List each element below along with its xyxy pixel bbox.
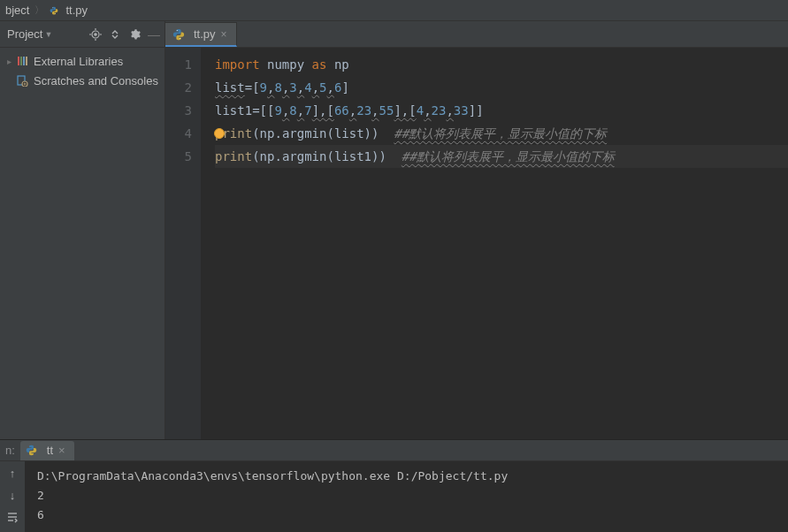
run-tab-tt[interactable]: tt ×: [20, 441, 74, 460]
project-title[interactable]: Project ▼: [7, 27, 52, 41]
console-output[interactable]: D:\ProgramData\Anaconda3\envs\tensorflow…: [25, 461, 788, 532]
scroll-down-icon[interactable]: ↓: [10, 489, 16, 502]
scratches-icon: [16, 74, 30, 87]
tab-tt-py[interactable]: tt.py ×: [165, 22, 237, 47]
gutter: 1 2 3 4 5: [165, 48, 201, 439]
python-icon: [172, 28, 185, 41]
tab-label: tt.py: [194, 27, 216, 41]
tree-item-external-libraries[interactable]: ▸ External Libraries: [0, 51, 164, 71]
run-tab-label: tt: [47, 444, 53, 457]
tree-label: External Libraries: [34, 55, 123, 68]
editor-tabs: tt.py ×: [165, 21, 788, 48]
svg-point-3: [95, 33, 96, 34]
breadcrumb: bject 〉 tt.py: [0, 0, 788, 21]
tree-label: Scratches and Consoles: [34, 74, 158, 87]
run-label: n:: [5, 444, 15, 457]
svg-rect-9: [20, 57, 22, 65]
code-line[interactable]: import numpy as np: [215, 53, 788, 76]
code-line[interactable]: list1=[[9,8,7],[66,23,55],[4,23,33]]: [215, 99, 788, 122]
chevron-right-icon: ▸: [7, 57, 16, 66]
chevron-right-icon: 〉: [31, 4, 48, 17]
code-line[interactable]: print(np.argmin(list)) ##默认将列表展平，显示最小值的下…: [215, 122, 788, 145]
project-toolwindow-header: Project ▼ —: [0, 21, 164, 48]
tree-item-scratches[interactable]: Scratches and Consoles: [0, 71, 164, 90]
editor: tt.py × 1 2 3 4 5 import numpy as np lis…: [165, 21, 788, 439]
output-line: 6: [37, 505, 776, 525]
code-line[interactable]: print(np.argmin(list1)) ##默认将列表展平，显示最小值的…: [215, 145, 788, 168]
run-controls: ↑ ↓: [0, 461, 25, 532]
output-line: 2: [37, 486, 776, 505]
breadcrumb-file[interactable]: tt.py: [64, 4, 89, 17]
close-icon[interactable]: ×: [221, 28, 227, 41]
svg-point-1: [55, 12, 56, 13]
project-sidebar: Project ▼ — ▸ External Libraries Scratch…: [0, 21, 165, 439]
svg-point-0: [53, 7, 54, 8]
run-panel: n: tt × ↑ ↓ D:\ProgramData\Anaconda3\env…: [0, 439, 788, 532]
close-icon[interactable]: ×: [58, 444, 65, 457]
code-line[interactable]: list=[9,8,3,4,5,6]: [215, 76, 788, 99]
svg-point-15: [180, 38, 180, 39]
scroll-up-icon[interactable]: ↑: [10, 467, 16, 480]
breadcrumb-root[interactable]: bject: [4, 4, 31, 17]
svg-rect-10: [23, 57, 25, 65]
output-line: D:\ProgramData\Anaconda3\envs\tensorflow…: [37, 467, 776, 486]
locate-icon[interactable]: [88, 27, 103, 42]
gear-icon[interactable]: [127, 27, 142, 42]
soft-wrap-icon[interactable]: [6, 511, 19, 526]
svg-rect-11: [26, 57, 27, 65]
hide-icon[interactable]: —: [147, 27, 161, 42]
intention-bulb-icon[interactable]: [214, 128, 225, 139]
python-icon: [26, 445, 38, 457]
code-area[interactable]: 1 2 3 4 5 import numpy as np list=[9,8,3…: [165, 48, 788, 439]
expand-all-icon[interactable]: [108, 27, 122, 42]
svg-point-14: [177, 29, 178, 30]
library-icon: [16, 55, 30, 67]
python-icon: [48, 4, 60, 17]
svg-rect-8: [18, 57, 19, 65]
